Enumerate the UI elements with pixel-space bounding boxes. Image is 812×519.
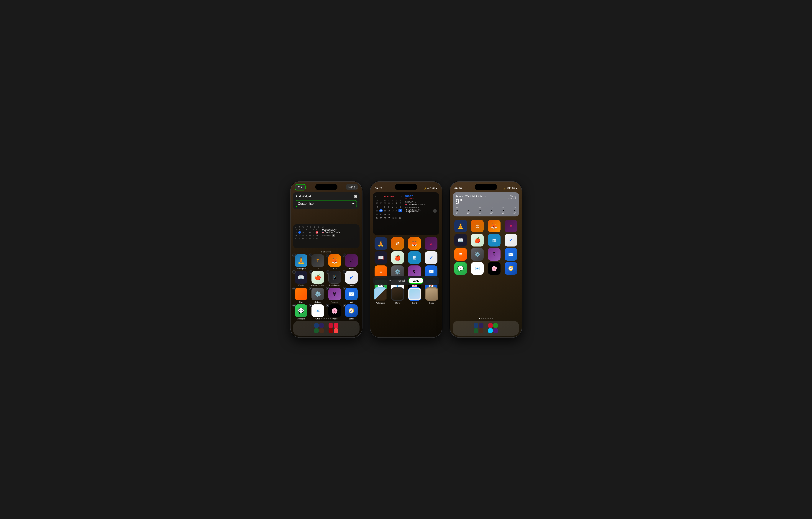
- moon-icon: 🌙: [423, 187, 426, 190]
- appear-automatic[interactable]: Automatic: [374, 288, 387, 304]
- done-button[interactable]: Done: [346, 184, 358, 190]
- app-messages[interactable]: − 💬 Messages: [293, 304, 309, 320]
- phone-1: ●●● ■ Edit Done Add Widget ⊞ Customise: [290, 181, 362, 338]
- location-arrow-icon: ↗: [484, 195, 486, 198]
- dock-mini-8: +: [334, 328, 338, 333]
- app-mail[interactable]: − ✉️ Mail: [343, 288, 359, 303]
- p3-icon-6: 🍎: [471, 234, 484, 246]
- p3-app-7[interactable]: ▦: [486, 234, 502, 246]
- app-slack[interactable]: − # Slack: [343, 254, 359, 270]
- appear-tinted[interactable]: Tinted: [425, 288, 438, 304]
- minus-badge[interactable]: −: [343, 270, 346, 274]
- app-hive[interactable]: − ≡ Hive: [293, 288, 309, 303]
- cal-next[interactable]: ›: [401, 195, 402, 198]
- settings-icon: ⚙️: [312, 288, 324, 300]
- p3-app-10[interactable]: ⚙️: [469, 248, 486, 261]
- p3-app-8[interactable]: ✔: [503, 234, 519, 246]
- podcasts-icon: 🎙: [328, 288, 341, 300]
- app-photos[interactable]: − 🌸 Photos: [327, 304, 343, 320]
- p3-app-9[interactable]: ≡: [453, 248, 469, 261]
- p2-app-1: 🧘: [373, 237, 389, 250]
- minus-badge[interactable]: −: [343, 287, 346, 290]
- p2-icon-7: ▦: [408, 251, 421, 264]
- p3-app-15[interactable]: 🌸: [486, 262, 502, 275]
- fantastical-widget[interactable]: MTWTFSS 3456789 10111213141516 171819202…: [293, 224, 359, 248]
- calendar-widget-big[interactable]: ‹ June 2024 › MTWTFSS 272829303112 34567…: [373, 192, 439, 235]
- appear-light[interactable]: Light: [408, 288, 421, 304]
- app-safari[interactable]: − 🧭 Safari: [343, 304, 359, 320]
- forecast-15: 15 ☁ 13°: [513, 207, 516, 214]
- minus-badge[interactable]: −: [309, 304, 312, 307]
- brightness-icon: ☀: [389, 279, 392, 283]
- add-widget-label: Add Widget: [296, 195, 311, 198]
- app-things[interactable]: − ✔ Things: [343, 271, 359, 286]
- minus-badge[interactable]: −: [292, 253, 296, 257]
- mail-icon: ✉️: [345, 288, 358, 300]
- p3-app-14[interactable]: 📧: [469, 262, 486, 275]
- p3-dot-1: [478, 318, 480, 319]
- p3-dot-7: [492, 318, 493, 319]
- p3-app-2[interactable]: ◎: [469, 220, 486, 233]
- wifi-icon-3: WiFi: [506, 187, 511, 190]
- p3-icon-13: 💬: [454, 262, 467, 275]
- p3-icon-1: 🧘: [454, 220, 467, 233]
- p2-icon-6: 🍎: [391, 251, 404, 264]
- minus-badge[interactable]: −: [309, 253, 312, 257]
- minus-badge[interactable]: −: [326, 287, 329, 290]
- app-podcasts[interactable]: − 🎙 Podcasts: [327, 288, 343, 303]
- p3-app-1[interactable]: 🧘: [453, 220, 469, 233]
- forecast-10: 10 ☁ 9°: [456, 207, 458, 214]
- p3-dot-2: [481, 318, 482, 319]
- dock-mini-3: [314, 328, 319, 333]
- p2-icon-2: ◎: [391, 237, 404, 250]
- cal-prev[interactable]: ‹: [376, 195, 376, 198]
- app-kindle[interactable]: − 📖 Kindle: [293, 271, 309, 286]
- app-calorie[interactable]: − 🍎 Calorie Counter: [310, 271, 326, 286]
- p2-icon-4: #: [425, 237, 437, 250]
- app-gmail[interactable]: − 📧 Gmail: [310, 304, 326, 320]
- p3-app-4[interactable]: #: [503, 220, 519, 233]
- minus-badge[interactable]: −: [343, 253, 346, 257]
- app-tot[interactable]: − T Tot: [310, 254, 326, 270]
- minus-badge[interactable]: −: [326, 270, 329, 274]
- minus-badge[interactable]: −: [326, 304, 329, 307]
- p3-dot-4: [485, 318, 486, 319]
- forecast-12: 12 ☁ 10°: [478, 207, 481, 214]
- edit-button[interactable]: Edit: [295, 184, 306, 190]
- p3-app-11[interactable]: 🎙: [486, 248, 502, 261]
- p3-app-5[interactable]: 📖: [453, 234, 469, 246]
- weather-description: Cloudy H:13° L:5°: [508, 195, 517, 199]
- app-settings[interactable]: − ⚙️ Settings: [310, 288, 326, 303]
- minus-badge[interactable]: −: [309, 287, 312, 290]
- phone-2-screen: 09:47 ••• 🌙 WiFi 81 ■ ‹: [370, 182, 442, 337]
- customise-row[interactable]: Customise ✦: [296, 200, 357, 207]
- appear-dark[interactable]: Dark: [391, 288, 404, 304]
- app-apple-frames[interactable]: − 📱 Apple Frames: [327, 271, 343, 286]
- scene: ●●● ■ Edit Done Add Widget ⊞ Customise: [290, 181, 522, 338]
- dock-mini-7: [328, 328, 333, 333]
- p3-app-3[interactable]: 🦊: [486, 220, 502, 233]
- minus-badge[interactable]: −: [309, 270, 312, 274]
- app-firefox[interactable]: − 🦊 Firefox: [327, 254, 343, 270]
- p3-app-12[interactable]: ✉️: [503, 248, 519, 261]
- p3-app-16[interactable]: 🧭: [503, 262, 519, 275]
- minus-badge[interactable]: −: [292, 270, 296, 274]
- safari-icon: 🧭: [345, 304, 358, 317]
- p3-app-6[interactable]: 🍎: [469, 234, 486, 246]
- minus-badge[interactable]: −: [292, 304, 296, 307]
- p2-app-5: 📖: [373, 251, 389, 264]
- minus-badge[interactable]: −: [343, 304, 346, 307]
- add-event-btn[interactable]: +: [433, 209, 437, 213]
- p3-app-13[interactable]: 💬: [453, 262, 469, 275]
- app-waking-up[interactable]: − 🧘 Waking Up: [293, 254, 309, 270]
- p2-icon-8: ✔: [425, 251, 437, 264]
- minus-badge[interactable]: −: [292, 287, 296, 290]
- weather-widget[interactable]: Penicuik Ward, Midlothian ↗ 9° Cloudy H:…: [453, 192, 519, 216]
- size-large-button[interactable]: Large: [408, 278, 423, 284]
- minus-badge[interactable]: −: [326, 253, 329, 257]
- size-small-button[interactable]: Small: [395, 278, 408, 283]
- dock-1: +: [293, 321, 359, 336]
- phone-3-dynamic-island: [475, 184, 497, 190]
- dock-mini-4: [319, 328, 324, 333]
- appear-thumb-automatic: [374, 288, 387, 301]
